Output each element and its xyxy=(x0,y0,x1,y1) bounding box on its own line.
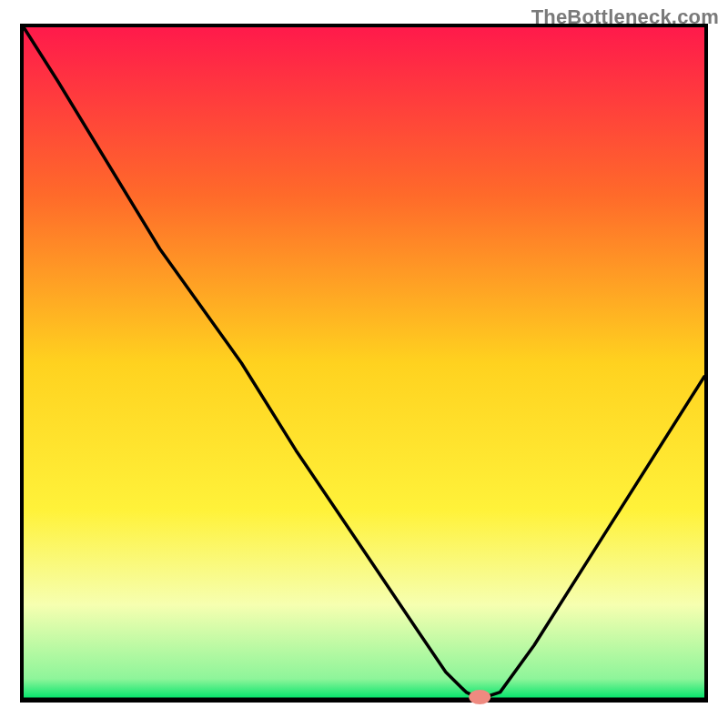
bottleneck-chart xyxy=(0,0,728,728)
optimal-marker xyxy=(469,690,490,704)
plot-background xyxy=(24,27,704,699)
chart-container: TheBottleneck.com xyxy=(0,0,728,728)
watermark-text: TheBottleneck.com xyxy=(531,5,719,29)
